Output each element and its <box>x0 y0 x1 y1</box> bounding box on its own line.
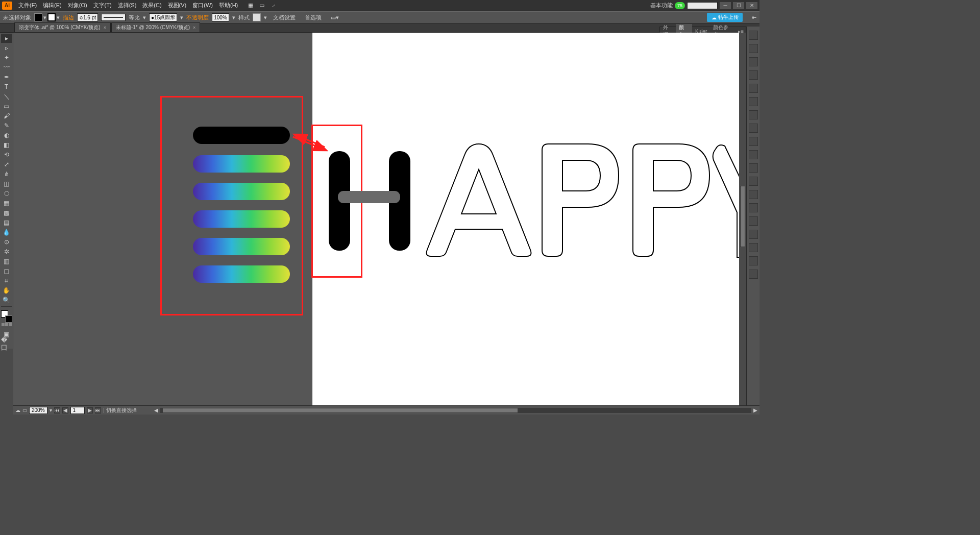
doc-tab-1[interactable]: 渐变字体..ai* @ 100% (CMYK/预览)× <box>14 22 111 32</box>
gradient-panel-icon[interactable] <box>749 97 758 106</box>
align-icon[interactable]: ▭▾ <box>328 13 342 22</box>
menu-view[interactable]: 视图(V) <box>165 2 190 9</box>
opacity-label[interactable]: 不透明度 <box>186 14 209 21</box>
shape-builder-tool-icon[interactable]: ⬡ <box>1 189 12 198</box>
brushes-panel-icon[interactable] <box>749 57 758 66</box>
hand-tool-icon[interactable]: ✋ <box>1 286 12 295</box>
slice-tool-icon[interactable]: ⌗ <box>1 276 12 285</box>
hscroll-right-icon[interactable]: ▶ <box>753 407 757 413</box>
align-panel-icon[interactable] <box>749 163 758 173</box>
rotate-tool-icon[interactable]: ⟲ <box>1 150 12 159</box>
appearance-panel-icon[interactable] <box>749 124 758 133</box>
bridge-icon[interactable]: ⟋ <box>267 3 279 9</box>
artboard-number-input[interactable]: 1 <box>70 407 85 414</box>
free-transform-tool-icon[interactable]: ◫ <box>1 179 12 188</box>
sync-icon[interactable]: ☁ <box>15 407 20 413</box>
pencil-tool-icon[interactable]: ✎ <box>1 121 12 130</box>
hscroll-left-icon[interactable]: ◀ <box>154 407 158 413</box>
transparency-panel-icon[interactable] <box>749 110 758 119</box>
blend-tool-icon[interactable]: ⊙ <box>1 237 12 247</box>
line-tool-icon[interactable]: ＼ <box>1 92 12 101</box>
preferences-button[interactable]: 首选项 <box>302 13 325 22</box>
color-mode-icons[interactable] <box>2 323 12 326</box>
window-maximize-icon[interactable]: ☐ <box>733 2 744 9</box>
pen-tool-icon[interactable]: ✒ <box>1 72 12 82</box>
graphic-styles-panel-icon[interactable] <box>749 137 758 146</box>
brush-input[interactable]: ● 15 点圆形 <box>149 13 177 21</box>
character-panel-icon[interactable] <box>749 203 758 212</box>
zoom-tool-icon[interactable]: 🔍 <box>1 296 12 305</box>
swatches-panel-icon[interactable] <box>749 44 758 53</box>
gradient-tool-icon[interactable]: ▤ <box>1 218 12 227</box>
symbols-panel-icon[interactable] <box>749 70 758 80</box>
stroke-profile[interactable] <box>101 14 126 21</box>
close-icon[interactable]: × <box>193 25 195 30</box>
menu-help[interactable]: 帮助(H) <box>216 2 241 9</box>
fill-stroke-control[interactable] <box>1 310 12 323</box>
annotation-box <box>160 96 303 315</box>
workspace-switcher[interactable]: 基本功能 <box>650 2 673 9</box>
menu-file[interactable]: 文件(F) <box>15 2 40 9</box>
width-tool-icon[interactable]: ⋔ <box>1 169 12 179</box>
layers-panel-icon[interactable] <box>749 150 758 159</box>
magic-wand-tool-icon[interactable]: ✦ <box>1 53 12 62</box>
paragraph-panel-icon[interactable] <box>749 216 758 226</box>
opentype-panel-icon[interactable] <box>749 230 758 239</box>
layout-icon[interactable]: ▦ <box>245 2 256 9</box>
stroke-panel-icon[interactable] <box>749 84 758 93</box>
artboards-panel-icon[interactable] <box>749 243 758 252</box>
menu-window[interactable]: 窗口(W) <box>189 2 216 9</box>
paintbrush-tool-icon[interactable]: 🖌 <box>1 111 12 120</box>
rectangle-tool-icon[interactable]: ▭ <box>1 102 12 111</box>
stroke-label[interactable]: 描边 <box>63 14 74 21</box>
change-screen-icon[interactable]: �囗 <box>1 339 12 349</box>
next-artboard-icon[interactable]: ▶ <box>87 407 93 414</box>
opacity-input[interactable]: 100% <box>212 13 229 21</box>
perspective-tool-icon[interactable]: ▦ <box>1 199 12 208</box>
panel-collapse-icon[interactable]: ⇤ <box>752 14 756 21</box>
scale-tool-icon[interactable]: ⤢ <box>1 160 12 169</box>
doc-tab-2[interactable]: 未标题-1* @ 200% (CMYK/预览)× <box>111 22 200 32</box>
color-panel-icon[interactable] <box>749 31 758 40</box>
document-setup-button[interactable]: 文档设置 <box>270 13 299 22</box>
type-tool-icon[interactable]: T <box>1 82 12 91</box>
last-artboard-icon[interactable]: ⏭ <box>95 407 101 414</box>
zoom-input[interactable]: 200% <box>29 407 47 414</box>
right-panel-dock <box>746 27 760 415</box>
menu-effect[interactable]: 效果(C) <box>139 2 164 9</box>
close-icon[interactable]: × <box>104 25 106 30</box>
cloud-upload-button[interactable]: ☁ 牯牛上传 <box>707 13 743 22</box>
lasso-tool-icon[interactable]: 〰 <box>1 63 12 72</box>
arrange-icon[interactable]: ▭ <box>256 2 267 9</box>
horizontal-scrollbar[interactable] <box>160 408 751 413</box>
stroke-weight-input[interactable]: ≎ 1.6 pt <box>77 13 98 21</box>
direct-selection-tool-icon[interactable]: ▹ <box>1 43 12 53</box>
symbol-sprayer-tool-icon[interactable]: ✲ <box>1 247 12 256</box>
actions-panel-icon[interactable] <box>749 270 758 279</box>
graph-tool-icon[interactable]: ▥ <box>1 257 12 266</box>
fill-swatch[interactable] <box>34 13 42 21</box>
window-minimize-icon[interactable]: ─ <box>720 2 731 9</box>
pathfinder-panel-icon[interactable] <box>749 190 758 199</box>
graphic-style-swatch[interactable] <box>253 13 261 21</box>
links-panel-icon[interactable] <box>749 256 758 265</box>
search-input[interactable] <box>687 2 718 9</box>
artboard-tool-icon[interactable]: ▢ <box>1 266 12 276</box>
menu-object[interactable]: 对象(O) <box>65 2 90 9</box>
mesh-tool-icon[interactable]: ▩ <box>1 208 12 217</box>
menu-type[interactable]: 文字(T) <box>90 2 115 9</box>
menu-select[interactable]: 选择(S) <box>115 2 140 9</box>
eraser-tool-icon[interactable]: ◧ <box>1 140 12 150</box>
prev-artboard-icon[interactable]: ◀ <box>62 407 68 414</box>
view-icon[interactable]: ▭ <box>22 407 27 413</box>
transform-panel-icon[interactable] <box>749 177 758 186</box>
stroke-swatch[interactable] <box>47 13 56 21</box>
eyedropper-tool-icon[interactable]: 💧 <box>1 228 12 237</box>
blob-brush-tool-icon[interactable]: ◐ <box>1 131 12 140</box>
selection-tool-icon[interactable]: ▸ <box>1 34 12 43</box>
first-artboard-icon[interactable]: ⏮ <box>54 407 60 414</box>
window-close-icon[interactable]: ✕ <box>746 2 757 9</box>
menu-edit[interactable]: 编辑(E) <box>40 2 65 9</box>
canvas[interactable] <box>13 33 746 405</box>
vertical-scrollbar[interactable] <box>739 33 746 405</box>
